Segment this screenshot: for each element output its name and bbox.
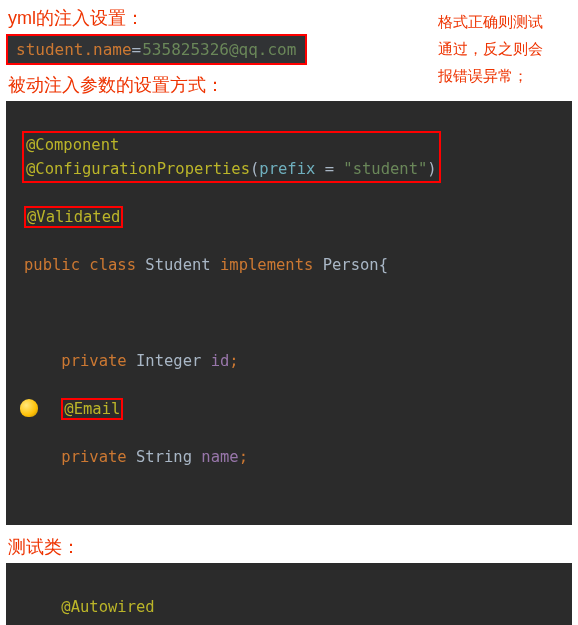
class-name: Student: [145, 256, 220, 274]
kw-private2: private: [61, 448, 136, 466]
brace: {: [379, 256, 388, 274]
annotation-component: @Component: [26, 136, 119, 154]
paren-close: ): [427, 160, 436, 178]
annotation-autowired-1: @Autowired: [61, 598, 154, 616]
eq: =: [325, 160, 344, 178]
interface-name: Person: [323, 256, 379, 274]
kw-public: public: [24, 256, 89, 274]
lightbulb-icon: [20, 399, 38, 417]
prefix-key: prefix: [259, 160, 324, 178]
type-integer: Integer: [136, 352, 211, 370]
kw-class: class: [89, 256, 145, 274]
kw-implements: implements: [220, 256, 323, 274]
annotation-validated: @Validated: [27, 208, 120, 226]
field-name: name: [201, 448, 238, 466]
prefix-value: "student": [343, 160, 427, 178]
annotation-configprops: @ConfigurationProperties: [26, 160, 250, 178]
field-id: id: [211, 352, 230, 370]
code-block-test: @Autowired private Student student; @Aut…: [6, 563, 572, 625]
semi2: ;: [239, 448, 248, 466]
side-note-line3: 报错误异常；: [438, 67, 528, 84]
yml-key: student.name: [16, 40, 132, 59]
yml-eq: =: [132, 40, 142, 59]
yml-value: 535825326@qq.com: [141, 40, 297, 59]
kw-private: private: [61, 352, 136, 370]
side-note: 格式正确则测试 通过，反之则会 报错误异常；: [438, 8, 568, 89]
semi: ;: [229, 352, 238, 370]
code-block-java-class: @Component @ConfigurationProperties(pref…: [6, 101, 572, 525]
annotation-email: @Email: [64, 400, 120, 418]
heading-testclass: 测试类：: [0, 529, 578, 563]
type-string: String: [136, 448, 201, 466]
document-root: yml的注入设置： 格式正确则测试 通过，反之则会 报错误异常； student…: [0, 0, 578, 625]
side-note-line2: 通过，反之则会: [438, 40, 543, 57]
side-note-line1: 格式正确则测试: [438, 13, 543, 30]
paren-open: (: [250, 160, 259, 178]
